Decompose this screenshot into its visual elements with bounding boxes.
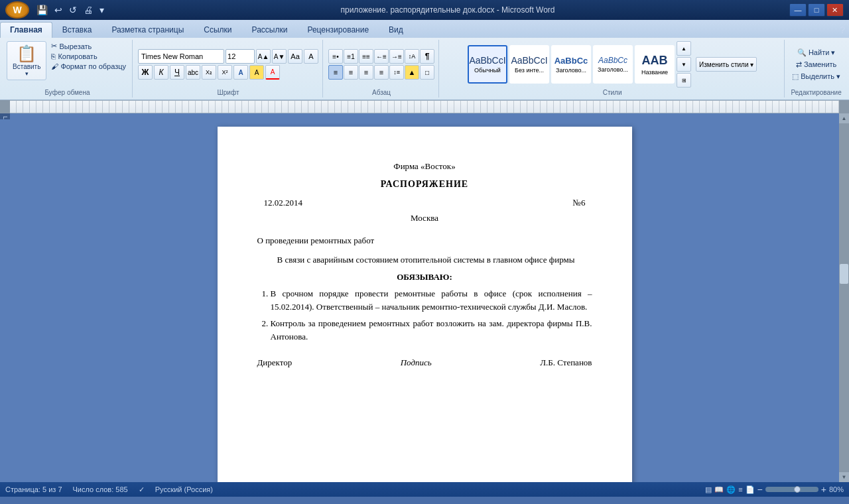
- close-button[interactable]: ✕: [826, 3, 844, 17]
- scroll-down-button[interactable]: ▼: [839, 472, 849, 482]
- company-name: Фирма «Восток»: [257, 160, 592, 173]
- format-painter-button[interactable]: 🖌 Формат по образцу: [49, 62, 128, 71]
- align-right-button[interactable]: ≡: [359, 65, 373, 80]
- zoom-in-button[interactable]: +: [821, 484, 826, 495]
- help-button[interactable]: ?: [840, 25, 845, 35]
- superscript-button[interactable]: X²: [218, 65, 232, 80]
- borders-button[interactable]: □: [420, 65, 434, 80]
- quick-access-dropdown[interactable]: ▾: [98, 5, 106, 15]
- clipboard-small-buttons: ✂ Вырезать ⎘ Копировать 🖌 Формат по обра…: [49, 41, 128, 71]
- ribbon-content: 📋 Вставить ▾ ✂ Вырезать ⎘ Копировать 🖌: [0, 38, 849, 99]
- clear-format-button[interactable]: A: [304, 49, 318, 64]
- ruler-left-margin: [0, 100, 10, 113]
- zoom-level[interactable]: 80%: [829, 485, 844, 493]
- scrollbar-thumb[interactable]: [840, 264, 848, 284]
- justify-button[interactable]: ≡: [374, 65, 389, 80]
- increase-indent-button[interactable]: →≡: [389, 49, 404, 64]
- tab-insert[interactable]: Вставка: [52, 22, 102, 38]
- window-title: приложение. распорядительные док.docx - …: [340, 5, 555, 15]
- styles-expand[interactable]: ⊞: [677, 73, 691, 88]
- shrink-font-button[interactable]: A▼: [272, 49, 287, 64]
- view-draft-icon[interactable]: 📄: [746, 485, 755, 494]
- document-order-word: ОБЯЗЫВАЮ:: [257, 271, 592, 284]
- ribbon: Главная Вставка Разметка страницы Ссылки…: [0, 20, 849, 100]
- subscript-button[interactable]: X₂: [202, 65, 216, 80]
- line-spacing-button[interactable]: ↕≡: [389, 65, 404, 80]
- title-bar: W 💾 ↩ ↺ 🖨 ▾ приложение. распорядительные…: [0, 0, 849, 20]
- italic-button[interactable]: К: [154, 65, 168, 80]
- left-margin-bar: L: [0, 113, 10, 482]
- align-center-button[interactable]: ≡: [344, 65, 358, 80]
- group-clipboard-label: Буфер обмена: [45, 89, 90, 96]
- select-button[interactable]: ⬚ Выделить ▾: [790, 72, 842, 82]
- zoom-slider[interactable]: [765, 487, 818, 492]
- copy-button[interactable]: ⎘ Копировать: [49, 52, 128, 61]
- print-button[interactable]: 🖨: [82, 5, 95, 15]
- style-no-spacing[interactable]: AaBbCcI Без инте...: [509, 45, 549, 84]
- replace-button[interactable]: ⇄ Заменить: [794, 60, 838, 70]
- tab-page-layout[interactable]: Разметка страницы: [101, 22, 194, 38]
- paste-label: Вставить: [13, 63, 40, 70]
- multilevel-list-button[interactable]: ≡≡: [359, 49, 373, 64]
- tab-mailings[interactable]: Рассылки: [242, 22, 298, 38]
- tab-review[interactable]: Рецензирование: [297, 22, 379, 38]
- tab-home[interactable]: Главная: [0, 22, 52, 38]
- document-date: 12.02.2014: [264, 196, 303, 210]
- paste-button[interactable]: 📋 Вставить ▾: [7, 41, 46, 80]
- underline-button[interactable]: Ч: [170, 65, 184, 80]
- spell-check-icon[interactable]: ✓: [139, 485, 145, 494]
- zoom-out-button[interactable]: −: [757, 484, 763, 495]
- tab-references[interactable]: Ссылки: [194, 22, 241, 38]
- font-name-input[interactable]: [138, 49, 224, 64]
- vertical-scrollbar[interactable]: ▲ ▼: [839, 113, 849, 482]
- bold-button[interactable]: Ж: [138, 65, 153, 80]
- view-full-reading-icon[interactable]: 📖: [714, 485, 724, 494]
- change-case-button[interactable]: Aa: [288, 49, 302, 64]
- find-dropdown[interactable]: ▾: [831, 48, 835, 57]
- font-color-button[interactable]: A: [265, 65, 280, 80]
- group-paragraph: ≡• ≡1 ≡≡ ←≡ →≡ ↕A ¶ ≡ ≡ ≡ ≡ ↕≡ ▲ □: [324, 40, 439, 97]
- cut-button[interactable]: ✂ Вырезать: [49, 41, 128, 51]
- sort-button[interactable]: ↕A: [405, 49, 419, 64]
- save-button[interactable]: 💾: [34, 5, 50, 15]
- text-effects-button[interactable]: A: [233, 65, 248, 80]
- view-outline-icon[interactable]: ≡: [738, 485, 742, 493]
- document-scroll-area[interactable]: Фирма «Восток» РАСПОРЯЖЕНИЕ 12.02.2014 №…: [10, 113, 839, 482]
- office-button[interactable]: W: [5, 1, 29, 19]
- group-styles: AaBbCcI Обычный AaBbCcI Без инте... AaBb…: [440, 40, 785, 97]
- view-normal-icon[interactable]: ▤: [705, 485, 712, 494]
- view-web-icon[interactable]: 🌐: [726, 485, 736, 494]
- change-styles-button[interactable]: Изменить стили ▾: [696, 57, 757, 72]
- strikethrough-button[interactable]: abc: [186, 65, 200, 80]
- ruler-main: [10, 100, 839, 113]
- language-indicator[interactable]: Русский (Россия): [155, 485, 213, 493]
- select-dropdown[interactable]: ▾: [836, 72, 840, 81]
- grow-font-button[interactable]: A▲: [256, 49, 271, 64]
- numbering-button[interactable]: ≡1: [344, 49, 358, 64]
- style-title[interactable]: ААВ Название: [635, 45, 675, 84]
- list-item: В срочном порядке провести ремонтные раб…: [271, 287, 592, 313]
- undo-button[interactable]: ↩: [52, 5, 64, 15]
- tab-view[interactable]: Вид: [379, 22, 413, 38]
- decrease-indent-button[interactable]: ←≡: [374, 49, 389, 64]
- show-formatting-button[interactable]: ¶: [420, 49, 434, 64]
- minimize-button[interactable]: —: [789, 3, 807, 17]
- select-icon: ⬚: [792, 72, 799, 81]
- align-left-button[interactable]: ≡: [328, 65, 343, 80]
- shading-button[interactable]: ▲: [405, 65, 419, 80]
- styles-scroll-up[interactable]: ▲: [677, 41, 691, 56]
- styles-previews: AaBbCcI Обычный AaBbCcI Без инте... AaBb…: [468, 41, 757, 88]
- paste-dropdown-arrow[interactable]: ▾: [25, 70, 29, 77]
- scroll-up-button[interactable]: ▲: [839, 113, 849, 123]
- style-normal[interactable]: AaBbCcI Обычный: [468, 45, 507, 84]
- style-heading2[interactable]: AaBbCc Заголово...: [593, 45, 633, 84]
- document-page: Фирма «Восток» РАСПОРЯЖЕНИЕ 12.02.2014 №…: [218, 127, 632, 482]
- find-button[interactable]: 🔍 Найти ▾: [795, 48, 837, 58]
- bullets-button[interactable]: ≡•: [328, 49, 343, 64]
- styles-scroll-down[interactable]: ▼: [677, 57, 691, 72]
- highlight-button[interactable]: A: [249, 65, 264, 80]
- font-size-input[interactable]: [226, 49, 255, 64]
- maximize-button[interactable]: □: [808, 3, 825, 17]
- redo-button[interactable]: ↺: [67, 5, 79, 15]
- style-heading1[interactable]: AaBbCc Заголово...: [551, 45, 591, 84]
